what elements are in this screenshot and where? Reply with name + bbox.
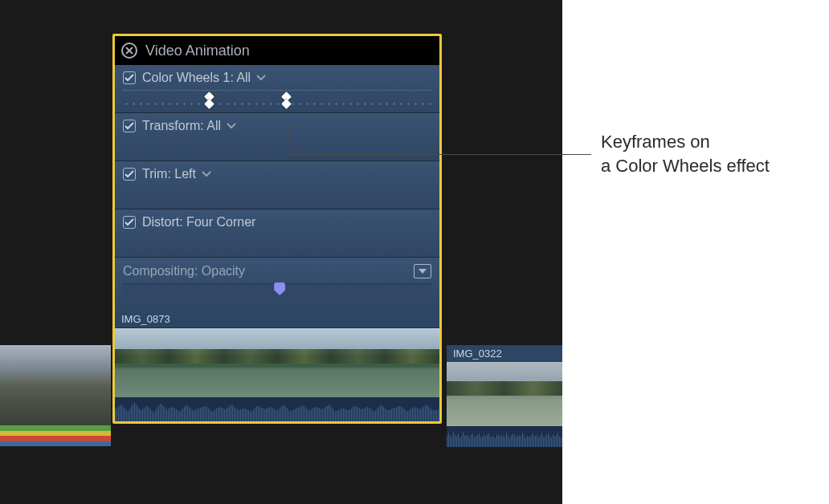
keyframe-marker[interactable] <box>205 94 214 108</box>
opacity-handle[interactable] <box>274 282 287 297</box>
callout-text: Keyframes on a Color Wheels effect <box>601 130 770 177</box>
panel-title: Video Animation <box>145 43 250 59</box>
effect-parameter-chevron[interactable] <box>255 74 267 82</box>
compositing-row[interactable]: Compositing: Opacity <box>115 258 439 311</box>
keyframe-track[interactable] <box>123 234 431 257</box>
effect-row-color-wheels[interactable]: Color Wheels 1: All <box>115 65 439 113</box>
effect-label: Trim: Left <box>142 167 196 181</box>
svg-marker-2 <box>419 269 427 274</box>
checkmark-icon <box>125 122 134 130</box>
effect-row-header: Trim: Left <box>123 167 431 181</box>
opacity-track[interactable] <box>123 283 431 311</box>
effect-enable-checkbox[interactable] <box>123 71 136 84</box>
checkmark-icon <box>125 170 134 178</box>
thumbnail <box>447 362 562 426</box>
callout-leader <box>288 122 288 154</box>
adjacent-clip-right[interactable]: IMG_0322 <box>447 345 562 449</box>
effect-parameter-chevron[interactable] <box>226 122 237 130</box>
compositing-label: Compositing: Opacity <box>123 264 245 278</box>
close-button[interactable] <box>121 43 137 59</box>
effect-label: Distort: Four Corner <box>142 215 255 230</box>
checkmark-icon <box>125 74 134 82</box>
chevron-down-icon <box>255 74 267 82</box>
chevron-down-icon <box>226 122 237 130</box>
audio-waveform <box>447 426 562 447</box>
effect-row-distort[interactable]: Distort: Four Corner <box>115 209 439 258</box>
keyframe-track[interactable] <box>123 90 431 112</box>
thumbnail <box>115 328 223 397</box>
effect-row-header: Distort: Four Corner <box>123 215 431 230</box>
thumbnail <box>331 328 439 397</box>
chevron-down-icon <box>201 170 212 178</box>
callout-line: Keyframes on <box>601 130 770 154</box>
effect-label: Color Wheels 1: All <box>142 71 251 85</box>
video-animation-panel: Video Animation Color Wheels 1: All <box>112 34 442 424</box>
compositing-header: Compositing: Opacity <box>123 264 431 278</box>
audio-lane <box>0 441 111 447</box>
effect-row-header: Transform: All <box>123 119 431 133</box>
clip-label: IMG_0873 <box>115 311 439 328</box>
audio-waveform <box>0 425 111 446</box>
close-icon <box>125 47 133 55</box>
effect-row-trim[interactable]: Trim: Left <box>115 161 439 209</box>
audio-waveform <box>115 397 439 421</box>
panel-header: Video Animation <box>115 36 439 65</box>
thumbnail-strip <box>0 345 111 425</box>
callout-leader <box>288 154 591 155</box>
keyframe-track[interactable] <box>123 138 431 161</box>
thumbnail <box>0 345 111 425</box>
effect-enable-checkbox[interactable] <box>123 216 136 229</box>
effect-enable-checkbox[interactable] <box>123 168 136 181</box>
adjacent-clip-left[interactable] <box>0 345 111 449</box>
effect-row-header: Color Wheels 1: All <box>123 71 431 85</box>
keyframe-track[interactable] <box>123 186 431 209</box>
clip-label: IMG_0322 <box>447 345 562 362</box>
thumbnail-strip <box>447 362 562 426</box>
effect-parameter-chevron[interactable] <box>201 170 212 178</box>
checkmark-icon <box>125 218 134 226</box>
thumbnail <box>223 328 332 397</box>
compositing-expand-button[interactable] <box>414 264 431 278</box>
timeline-area: IMG_0322 Video Animation Color Wheels 1:… <box>0 0 562 504</box>
effect-label: Transform: All <box>142 119 221 133</box>
keyframe-marker[interactable] <box>282 94 292 108</box>
effect-enable-checkbox[interactable] <box>123 120 136 132</box>
triangle-down-icon <box>418 268 427 274</box>
thumbnail-strip[interactable] <box>115 328 439 397</box>
callout-line: a Color Wheels effect <box>601 154 770 178</box>
